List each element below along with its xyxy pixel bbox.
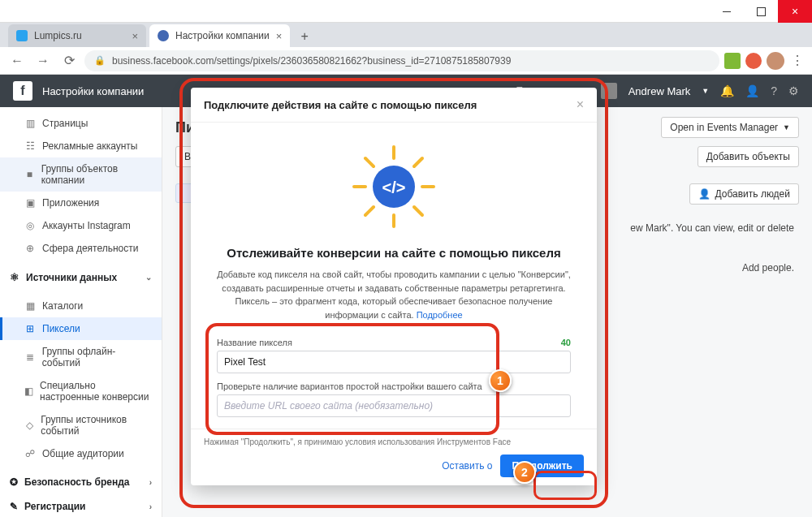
- sidebar-item-pixels[interactable]: ⊞Пиксели: [0, 317, 162, 340]
- sidebar-item-label: Приложения: [42, 197, 99, 209]
- profile-avatar[interactable]: [767, 52, 784, 70]
- modal-close-button[interactable]: ×: [577, 97, 584, 112]
- sidebar: ▥Страницы ☷Рекламные аккаунты ■Группы об…: [0, 107, 162, 517]
- reload-button[interactable]: ⟳: [58, 50, 80, 71]
- diamond-icon: ◇: [24, 420, 34, 431]
- pixel-setup-modal: Подключите действия на сайте с помощью п…: [191, 88, 597, 485]
- user-name[interactable]: Andrew Mark: [628, 85, 691, 97]
- folder-icon: ■: [24, 169, 35, 180]
- sidebar-item-label: Общие аудитории: [42, 448, 124, 459]
- modal-heading: Отслеживайте конверсии на сайте с помощь…: [214, 246, 574, 260]
- modal-description: Добавьте код пикселя на свой сайт, чтобы…: [214, 268, 574, 321]
- tab-lumpics[interactable]: Lumpics.ru ×: [8, 24, 146, 47]
- instagram-icon: ◎: [24, 220, 36, 231]
- svg-line-7: [365, 207, 374, 215]
- share-icon: ☍: [24, 448, 36, 459]
- tab-label: Настройки компании: [175, 30, 270, 41]
- globe-icon: ⊕: [24, 243, 36, 254]
- favicon-icon: [16, 30, 28, 41]
- tab-business-settings[interactable]: Настройки компании ×: [149, 24, 290, 47]
- sidebar-item-apps[interactable]: ▣Приложения: [0, 192, 162, 214]
- sidebar-section-label: Регистрации: [24, 501, 85, 512]
- sidebar-item-label: Рекламные аккаунты: [42, 140, 137, 152]
- add-people-button[interactable]: 👤Добавить людей: [689, 183, 799, 205]
- sidebar-section-brand-safety[interactable]: ✪Безопасность бренда›: [0, 470, 162, 494]
- extension-icon[interactable]: [745, 53, 762, 69]
- pixel-icon: ⊞: [24, 323, 36, 334]
- avatar-icon[interactable]: 👤: [745, 84, 759, 97]
- hero-graphic: </>: [214, 142, 574, 231]
- sidebar-item-label: Группы объектов компании: [41, 163, 152, 186]
- sidebar-item-catalogs[interactable]: ▦Каталоги: [0, 295, 162, 317]
- svg-line-4: [365, 158, 374, 166]
- close-icon[interactable]: ×: [125, 30, 138, 42]
- open-events-manager-button[interactable]: Open in Events Manager▼: [661, 117, 799, 138]
- help-icon[interactable]: ?: [771, 84, 777, 97]
- app-icon: ▣: [24, 197, 36, 209]
- forward-button[interactable]: →: [32, 50, 54, 71]
- svg-text:</>: </>: [382, 179, 406, 196]
- url-check-label: Проверьте наличие вариантов простой наст…: [217, 381, 571, 391]
- chevron-right-icon: ›: [149, 502, 152, 511]
- leave-feedback-link[interactable]: Оставить о: [442, 460, 492, 472]
- chevron-down-icon[interactable]: ▼: [702, 87, 709, 95]
- pixel-name-label: Название пикселя: [217, 338, 292, 347]
- svg-line-6: [414, 158, 422, 166]
- close-icon[interactable]: ×: [270, 30, 283, 42]
- lock-icon: 🔒: [94, 55, 106, 66]
- person-plus-icon: 👤: [698, 188, 710, 200]
- extension-icon[interactable]: [724, 53, 741, 69]
- sidebar-item-offline-events[interactable]: ≣Группы офлайн-событий: [0, 340, 162, 374]
- sidebar-item-asset-groups[interactable]: ■Группы объектов компании: [0, 157, 162, 192]
- flag-icon: ▥: [24, 118, 36, 129]
- window-maximize-button[interactable]: [744, 0, 778, 23]
- address-bar: ← → ⟳ 🔒 business.facebook.com/settings/p…: [0, 47, 812, 75]
- chevron-down-icon: ⌄: [145, 273, 152, 282]
- terms-note: Нажимая "Продолжить", я принимаю условия…: [204, 437, 584, 446]
- user-avatar-icon: [601, 83, 617, 99]
- url-field[interactable]: 🔒 business.facebook.com/settings/pixels/…: [84, 50, 719, 71]
- callout-2: 2: [513, 461, 536, 484]
- window-minimize-button[interactable]: [710, 0, 744, 23]
- browser-menu-button[interactable]: ⋮: [789, 53, 806, 68]
- url-text: business.facebook.com/settings/pixels/23…: [112, 55, 511, 67]
- sidebar-section-data-sources[interactable]: ⚛ Источники данных ⌄: [0, 265, 162, 290]
- add-objects-button[interactable]: Добавить объекты: [698, 146, 799, 167]
- svg-line-5: [414, 207, 422, 215]
- sidebar-item-custom-conversions[interactable]: ◧Специально настроенные конверсии: [0, 374, 162, 408]
- registration-icon: ✎: [10, 501, 18, 512]
- sidebar-item-shared-audiences[interactable]: ☍Общие аудитории: [0, 442, 162, 465]
- sidebar-item-label: Группы офлайн-событий: [42, 346, 152, 368]
- window-close-button[interactable]: ×: [778, 0, 812, 23]
- gear-icon[interactable]: ⚙: [788, 84, 799, 97]
- sidebar-item-business-scope[interactable]: ⊕Сфера деятельности: [0, 237, 162, 260]
- sidebar-item-event-source-groups[interactable]: ◇Группы источников событий: [0, 408, 162, 442]
- browser-tabs: Lumpics.ru × Настройки компании × +: [0, 23, 812, 47]
- new-tab-button[interactable]: +: [293, 26, 316, 47]
- sidebar-item-pages[interactable]: ▥Страницы: [0, 112, 162, 135]
- list-icon: ≣: [24, 351, 36, 363]
- sidebar-item-ad-accounts[interactable]: ☷Рекламные аккаунты: [0, 135, 162, 157]
- bell-icon[interactable]: 🔔: [720, 84, 734, 97]
- learn-more-link[interactable]: Подробнее: [417, 310, 463, 320]
- chevron-down-icon: ▼: [783, 123, 790, 131]
- sidebar-item-label: Сфера деятельности: [42, 243, 138, 254]
- sidebar-item-label: Страницы: [42, 118, 88, 129]
- back-button[interactable]: ←: [6, 50, 28, 71]
- data-sources-icon: ⚛: [10, 271, 19, 283]
- facebook-logo-icon[interactable]: f: [13, 81, 32, 101]
- conversion-icon: ◧: [24, 386, 33, 397]
- favicon-icon: [158, 30, 169, 41]
- window-titlebar: ×: [0, 0, 812, 23]
- sidebar-item-instagram[interactable]: ◎Аккаунты Instagram: [0, 214, 162, 237]
- sidebar-item-label: Пиксели: [42, 323, 80, 334]
- page-title: Настройки компании: [42, 85, 144, 97]
- callout-1: 1: [489, 369, 512, 392]
- chevron-right-icon: ›: [149, 478, 152, 487]
- sidebar-item-label: Специально настроенные конверсии: [40, 380, 152, 403]
- sidebar-section-registrations[interactable]: ✎Регистрации›: [0, 494, 162, 517]
- sidebar-item-label: Аккаунты Instagram: [42, 220, 131, 231]
- site-url-input[interactable]: [217, 394, 571, 417]
- sidebar-section-label: Безопасность бренда: [24, 476, 130, 488]
- pixel-name-input[interactable]: [217, 351, 571, 373]
